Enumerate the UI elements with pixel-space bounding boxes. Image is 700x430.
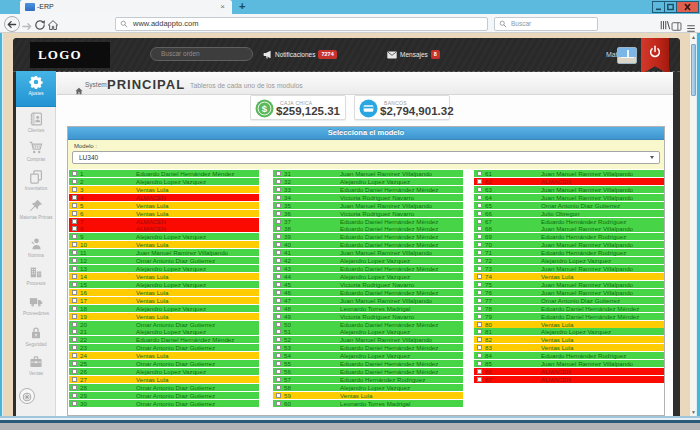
- order-row[interactable]: 27Ventas Lula: [69, 376, 259, 383]
- order-row[interactable]: 74Ventas Lula: [474, 273, 664, 280]
- logout-ribbon[interactable]: [641, 38, 669, 75]
- order-row[interactable]: 72Alejandro Lopez Vazquez: [474, 257, 664, 264]
- row-checkbox[interactable]: [276, 179, 281, 184]
- order-row[interactable]: 6Ventas Lula: [69, 210, 259, 217]
- row-checkbox[interactable]: [72, 171, 77, 176]
- order-row[interactable]: 30Omar Antonio Diaz Gutierrez: [69, 400, 259, 407]
- row-checkbox[interactable]: [72, 250, 77, 255]
- order-row[interactable]: 73Juan Manuel Ramirez Villalpando: [474, 265, 664, 272]
- row-checkbox[interactable]: [72, 377, 77, 382]
- row-checkbox[interactable]: [477, 266, 482, 271]
- order-row[interactable]: 22Eduardo Daniel Hernández Méndez: [69, 336, 259, 343]
- order-row[interactable]: 52Juan Manuel Ramirez Villalpando: [273, 336, 463, 343]
- order-row[interactable]: 20Omar Antonio Diaz Gutierrez: [69, 321, 259, 328]
- order-row[interactable]: 35Juan Manuel Ramirez Villalpando: [273, 202, 463, 209]
- order-row[interactable]: 28Omar Antonio Diaz Gutierrez: [69, 384, 259, 391]
- row-checkbox[interactable]: [477, 195, 482, 200]
- sidebar-item-proveedores[interactable]: Proveedores: [16, 291, 56, 322]
- row-checkbox[interactable]: [477, 219, 482, 224]
- row-checkbox[interactable]: [72, 385, 77, 390]
- row-checkbox[interactable]: [72, 322, 77, 327]
- row-checkbox[interactable]: [477, 179, 482, 184]
- breadcrumb-system[interactable]: System: [85, 81, 107, 88]
- row-checkbox[interactable]: [72, 353, 77, 358]
- row-checkbox[interactable]: [276, 195, 281, 200]
- window-close-button[interactable]: [676, 1, 699, 13]
- sidebar-item-seguridad[interactable]: Seguridad: [16, 322, 56, 351]
- order-row[interactable]: 45Victoria Rodriguez Navarro: [273, 281, 463, 288]
- order-row[interactable]: 82Ventas Lula: [474, 336, 664, 343]
- order-row[interactable]: 62ALMACEN: [474, 178, 664, 185]
- sidebar-collapse-button[interactable]: [19, 388, 35, 404]
- order-row[interactable]: 16Ventas Lula: [69, 289, 259, 296]
- row-checkbox[interactable]: [276, 211, 281, 216]
- row-checkbox[interactable]: [276, 369, 281, 374]
- scroll-down-icon[interactable]: ▼: [690, 409, 697, 415]
- order-row[interactable]: 68Juan Manuel Ramirez Villalpando: [474, 225, 664, 232]
- order-row[interactable]: 25Omar Antonio Diaz Gutierrez: [69, 360, 259, 367]
- new-tab-button[interactable]: +: [239, 0, 245, 13]
- row-checkbox[interactable]: [72, 290, 77, 295]
- order-row[interactable]: 24Ventas Lula: [69, 352, 259, 359]
- row-checkbox[interactable]: [477, 353, 482, 358]
- order-row[interactable]: 19Ventas Lula: [69, 313, 259, 320]
- order-row[interactable]: 2Alejandro Lopez Vazquez: [69, 178, 259, 185]
- row-checkbox[interactable]: [477, 314, 482, 319]
- order-row[interactable]: 63Juan Manuel Ramirez Villalpando: [474, 186, 664, 193]
- sidebar-item-ventas[interactable]: Ventas: [16, 351, 56, 381]
- order-row[interactable]: 79Eduardo Daniel Hernández Méndez: [474, 313, 664, 320]
- order-row[interactable]: 36Victoria Rodriguez Navarro: [273, 210, 463, 217]
- tab-close-icon[interactable]: ×: [220, 2, 225, 12]
- home-icon[interactable]: [75, 81, 83, 99]
- order-row[interactable]: 46Eduardo Daniel Hernández Méndez: [273, 289, 463, 296]
- order-row[interactable]: 21Alejandro Lopez Vazquez: [69, 328, 259, 335]
- order-row[interactable]: 87ALMACEN: [474, 376, 664, 383]
- row-checkbox[interactable]: [72, 298, 77, 303]
- order-row[interactable]: 39Eduardo Daniel Hernández Méndez: [273, 233, 463, 240]
- order-row[interactable]: 75Juan Manuel Ramirez Villalpando: [474, 281, 664, 288]
- row-checkbox[interactable]: [72, 361, 77, 366]
- browser-search-field[interactable]: Buscar: [494, 17, 598, 31]
- order-row[interactable]: 77Omar Antonio Diaz Gutierrez: [474, 297, 664, 304]
- order-row[interactable]: 4ALMACEN: [69, 194, 259, 201]
- row-checkbox[interactable]: [276, 266, 281, 271]
- row-checkbox[interactable]: [276, 274, 281, 279]
- row-checkbox[interactable]: [477, 187, 482, 192]
- row-checkbox[interactable]: [72, 187, 77, 192]
- sidebar-item-clientes[interactable]: Clientes: [16, 108, 56, 137]
- order-row[interactable]: 50Eduardo Daniel Hernández Méndez: [273, 321, 463, 328]
- order-row[interactable]: 18Alejandro Lopez Vazquez: [69, 305, 259, 312]
- row-checkbox[interactable]: [276, 361, 281, 366]
- row-checkbox[interactable]: [72, 401, 77, 406]
- sidebar-item-materias-primas[interactable]: Materias Primas: [16, 195, 56, 233]
- row-checkbox[interactable]: [477, 211, 482, 216]
- order-row[interactable]: 67Eduardo Hernández Rodriguez: [474, 218, 664, 225]
- order-row[interactable]: 76Juan Manuel Ramirez Villalpando: [474, 289, 664, 296]
- row-checkbox[interactable]: [477, 234, 482, 239]
- order-search-field[interactable]: Buscar orden: [150, 47, 253, 61]
- row-checkbox[interactable]: [477, 274, 482, 279]
- row-checkbox[interactable]: [276, 345, 281, 350]
- order-row[interactable]: 40Eduardo Daniel Hernández Méndez: [273, 241, 463, 248]
- order-row[interactable]: 61Juan Manuel Ramirez Villalpando: [474, 170, 664, 177]
- row-checkbox[interactable]: [276, 242, 281, 247]
- url-bar[interactable]: www.addappto.com: [115, 17, 488, 31]
- row-checkbox[interactable]: [72, 369, 77, 374]
- row-checkbox[interactable]: [276, 337, 281, 342]
- order-row[interactable]: 58Alejandro Lopez Vazquez: [273, 384, 463, 391]
- row-checkbox[interactable]: [477, 369, 482, 374]
- row-checkbox[interactable]: [72, 219, 77, 224]
- row-checkbox[interactable]: [276, 401, 281, 406]
- order-row[interactable]: 11Juan Manuel Ramirez Villalpando: [69, 249, 259, 256]
- row-checkbox[interactable]: [72, 282, 77, 287]
- order-row[interactable]: 14Ventas Lula: [69, 273, 259, 280]
- row-checkbox[interactable]: [276, 393, 281, 398]
- order-row[interactable]: 8ALMACEN: [69, 225, 259, 232]
- order-row[interactable]: 60Leonardo Torres Madrigal: [273, 400, 463, 407]
- order-row[interactable]: 42Alejandro Lopez Vazquez: [273, 257, 463, 264]
- row-checkbox[interactable]: [276, 171, 281, 176]
- order-row[interactable]: 23Omar Antonio Diaz Gutierrez: [69, 344, 259, 351]
- order-row[interactable]: 53Eduardo Daniel Hernández Méndez: [273, 344, 463, 351]
- order-row[interactable]: 15Alejandro Lopez Vazquez: [69, 281, 259, 288]
- sidebar-item-nomina[interactable]: Nomina: [16, 233, 56, 261]
